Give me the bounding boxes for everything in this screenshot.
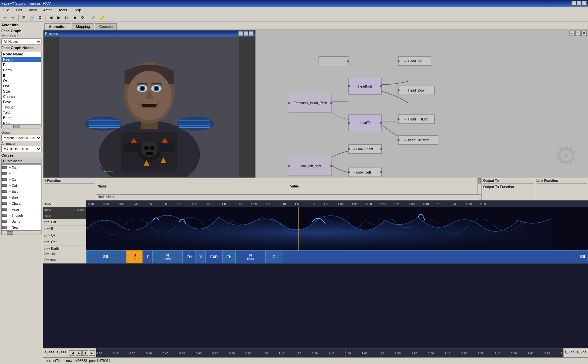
curve-fave[interactable]: 〜 Fave: [2, 206, 41, 212]
preview-close[interactable]: ✕: [249, 31, 254, 36]
menu-view[interactable]: View: [27, 7, 39, 13]
props-row-name-value[interactable]: [289, 195, 478, 199]
curve-scrollbar-thumb[interactable]: [7, 231, 13, 235]
node-item-if[interactable]: If: [2, 73, 41, 78]
fg-node-head-down[interactable]: ← Head_Down: [398, 86, 435, 95]
transport-stop[interactable]: ■: [82, 350, 88, 356]
phoneme-t[interactable]: T: [143, 250, 153, 263]
fg-node-look-left[interactable]: ← Look_Left: [348, 168, 382, 177]
curve-if[interactable]: 〜 If: [2, 171, 41, 177]
node-item-name[interactable]: Node Name: [2, 51, 41, 57]
curve-ox[interactable]: 〜 Ox: [2, 177, 41, 182]
fg-node-emphasis-head[interactable]: Emphasis_Head_Pitch: [289, 93, 332, 113]
toolbar-undo[interactable]: ↩: [1, 14, 9, 21]
fg-node-head-up[interactable]: ← Head_up: [398, 56, 431, 66]
curve-earth[interactable]: 〜 Earth: [2, 188, 41, 194]
toolbar-grid[interactable]: ⊞: [20, 14, 28, 21]
phoneme-sil-right[interactable]: SIL: [282, 250, 588, 263]
menu-edit[interactable]: Edit: [14, 7, 24, 13]
toolbar-back[interactable]: ◀: [47, 14, 54, 21]
curve-told[interactable]: 〜 Told: [2, 230, 41, 231]
curve-though[interactable]: 〜 Though: [2, 212, 41, 218]
curve-oat[interactable]: 〜 Oat: [2, 182, 41, 188]
toolbar-stop[interactable]: ■: [71, 14, 78, 21]
svg-text:2.40: 2.40: [494, 352, 500, 355]
phoneme-eh2[interactable]: EH: [222, 250, 236, 263]
toolbar-fwd[interactable]: ▶: [55, 14, 62, 21]
node-item-size[interactable]: Size: [2, 89, 41, 94]
fg-node-look-leftright[interactable]: Look_left_right: [289, 156, 332, 176]
link-function-header: k Function: [44, 179, 95, 183]
minimize-button[interactable]: ─: [571, 1, 576, 6]
menu-actor[interactable]: Actor: [41, 7, 54, 13]
phoneme-z[interactable]: Z: [265, 250, 282, 263]
node-item-eat[interactable]: Eat: [2, 62, 41, 67]
phoneme-v[interactable]: V: [196, 250, 206, 263]
preview-minimize[interactable]: ─: [238, 31, 243, 36]
animation-select[interactable]: MARCUS_TH_01: [1, 146, 41, 152]
preview-restore[interactable]: □: [244, 31, 248, 36]
node-item-though[interactable]: Though: [2, 105, 41, 110]
scrollbar-thumb[interactable]: [13, 125, 20, 128]
menu-help[interactable]: Help: [72, 7, 83, 13]
curve-bump[interactable]: 〜 Bump: [2, 218, 41, 224]
toolbar-key[interactable]: 🔑: [98, 14, 105, 21]
props-row-nodename: Node Name: [96, 195, 481, 199]
node-item-told[interactable]: Told: [2, 110, 41, 115]
node-list-scrollbar-h[interactable]: [1, 124, 41, 128]
node-item-oat[interactable]: Oat: [2, 83, 41, 89]
curve-list-scrollbar[interactable]: [1, 231, 41, 235]
fg-node-head-tiltright[interactable]: ← head_TiltRight: [398, 135, 438, 145]
node-item-new[interactable]: New: [2, 120, 41, 124]
fg-node-look-right[interactable]: ← Look_Right: [348, 144, 382, 154]
tab-console[interactable]: Console: [95, 23, 117, 30]
svg-text:2.60: 2.60: [528, 352, 534, 355]
phoneme-n-ends[interactable]: N ends: [236, 250, 265, 263]
transport-begin[interactable]: |◀: [69, 350, 75, 356]
phoneme-n-ends-bot: ends: [247, 257, 254, 260]
fg-node-headtilt[interactable]: .headTilt: [348, 114, 382, 131]
node-item-bump[interactable]: Bump: [2, 115, 41, 120]
phoneme-ih[interactable]: IH II: [126, 250, 143, 263]
toolbar-play[interactable]: ▷: [63, 14, 70, 21]
toolbar-snap[interactable]: 🔗: [28, 14, 36, 21]
track-label-oat: □ 〜 Oat: [43, 239, 86, 246]
timeline-ruler-bottom[interactable]: 0.00 0.10 0.20 0.30 0.40 0.50 0.60 0.70 …: [96, 348, 563, 357]
toolbar-loop[interactable]: ⟳: [79, 14, 86, 21]
node-item-really[interactable]: Really: [2, 57, 41, 62]
props-scroll-thumb[interactable]: [478, 179, 481, 183]
node-item-ox[interactable]: Ox: [2, 78, 41, 83]
face-graph-area: ─ □ ✕ ⚙: [256, 30, 588, 178]
menu-tools[interactable]: Tools: [56, 7, 69, 13]
phoneme-n-never[interactable]: N never: [153, 250, 183, 263]
node-item-fave[interactable]: Fave: [2, 99, 41, 105]
curve-size[interactable]: 〜 Size: [2, 194, 41, 200]
node-group-select[interactable]: All Nodes: [1, 38, 41, 44]
toolbar-magnet[interactable]: ⚙: [36, 14, 43, 21]
curve-church[interactable]: 〜 Church: [2, 200, 41, 206]
phoneme-eh1[interactable]: EH: [183, 250, 196, 263]
curve-eat[interactable]: 〜 Eat: [2, 165, 41, 171]
phoneme-sil-left[interactable]: SIL: [86, 250, 126, 263]
tab-animation[interactable]: Animation: [44, 23, 71, 30]
fg-node-headnod[interactable]: HeadNod: [348, 78, 382, 95]
transport-play[interactable]: ▶: [76, 350, 82, 356]
props-scrollbar[interactable]: [478, 178, 481, 195]
curve-wave-size: 〜: [8, 195, 11, 200]
curve-wave-oat: 〜: [8, 183, 11, 188]
curve-new[interactable]: 〜 New: [2, 224, 41, 230]
svg-text:2.80: 2.80: [480, 202, 486, 206]
tab-mapping[interactable]: Mapping: [72, 23, 94, 30]
fg-node-top-unnamed[interactable]: [319, 56, 348, 66]
transport-end[interactable]: ▶|: [89, 350, 95, 356]
node-item-earth[interactable]: Earth: [2, 67, 41, 73]
toolbar-redo[interactable]: ↪: [9, 14, 17, 21]
maximize-button[interactable]: □: [577, 1, 581, 6]
close-button[interactable]: ✕: [582, 1, 587, 6]
fg-node-head-tiltleft[interactable]: ← Head_TiltLeft: [398, 114, 435, 124]
phoneme-exr[interactable]: EXR: [206, 250, 222, 263]
node-item-church[interactable]: Church: [2, 94, 41, 99]
menu-file[interactable]: File: [1, 7, 11, 13]
group-select[interactable]: marcus_FaceFX_Tutorial: [1, 135, 41, 141]
toolbar-expand[interactable]: ⤢: [90, 14, 97, 21]
